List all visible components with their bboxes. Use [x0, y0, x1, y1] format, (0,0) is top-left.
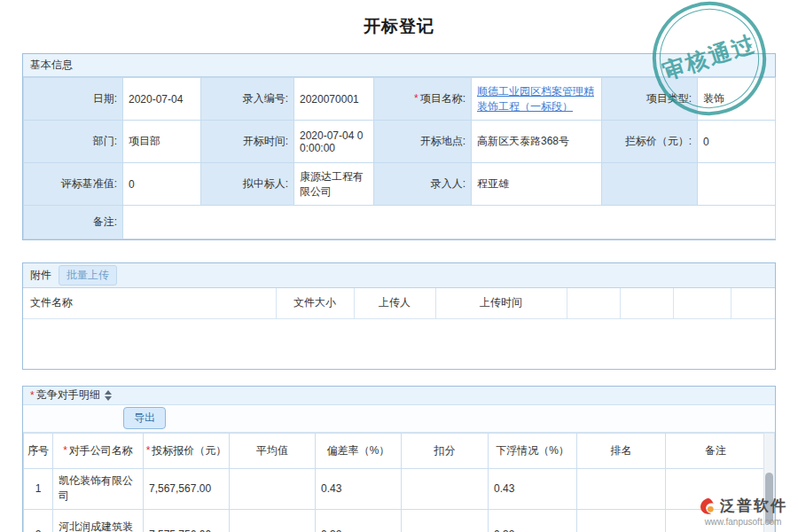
project-name-cell: 顺德工业园区档案管理精装饰工程（一标段） — [472, 78, 602, 121]
competitors-toolbar: 导出 — [23, 405, 775, 433]
competitors-title: 竞争对手明细 — [36, 387, 100, 403]
competitors-table: 序号 *对手公司名称 *投标报价（元） 平均值 偏差率（%） 扣分 下浮情况（%… — [23, 433, 766, 532]
required-marker: * — [146, 444, 151, 457]
recorder-label: 录入人: — [374, 163, 472, 206]
attachments-empty-body — [23, 319, 775, 369]
brand-footer: 泛普软件 www.fanpusoft.com — [699, 496, 787, 527]
col-deduction: 扣分 — [402, 433, 489, 468]
benchmark-value: 0 — [123, 163, 201, 206]
attach-col-uploadtime: 上传时间 — [435, 288, 567, 318]
bid-time-value: 2020-07-04 00:00:00 — [294, 121, 374, 163]
cell-bid-price: 7,575,756.00 — [144, 509, 230, 532]
competitors-titlebar: * 竞争对手明细 — [23, 387, 775, 405]
col-company: *对手公司名称 — [53, 433, 144, 468]
attach-col-empty — [731, 288, 775, 318]
cell-float-down: 0.32 — [489, 509, 577, 532]
required-marker: * — [63, 444, 67, 457]
cell-no: 2 — [24, 509, 53, 532]
brand-row: 泛普软件 — [699, 496, 787, 516]
project-type-label: 项目类型: — [602, 78, 698, 121]
col-bid-price: *投标报价（元） — [144, 433, 230, 468]
batch-upload-button[interactable]: 批量上传 — [59, 265, 117, 286]
attachments-header: 附件 批量上传 — [23, 263, 775, 288]
empty-label — [602, 163, 698, 206]
attachments-section: 附件 批量上传 文件名称 文件大小 上传人 上传时间 — [22, 262, 776, 370]
date-value: 2020-07-04 — [123, 78, 201, 121]
ceiling-price-value: 0 — [698, 121, 776, 163]
remark-value — [123, 206, 776, 239]
page-title: 开标登记 — [0, 0, 798, 53]
dept-value: 项目部 — [123, 121, 201, 163]
cell-rank — [577, 468, 666, 509]
cell-deviation: 0.32 — [316, 509, 402, 532]
proposed-winner-label: 拟中标人: — [201, 163, 294, 206]
empty-value — [698, 163, 776, 206]
required-marker: * — [30, 389, 35, 402]
sort-up-icon — [105, 390, 112, 395]
cell-rank — [577, 509, 666, 532]
brand-name: 泛普软件 — [720, 496, 787, 516]
cell-no: 1 — [24, 468, 53, 509]
attach-col-filename: 文件名称 — [23, 288, 276, 318]
export-button[interactable]: 导出 — [123, 407, 166, 429]
basic-info-table: 日期: 2020-07-04 录入编号: 2020070001 *项目名称: 顺… — [23, 77, 776, 239]
competitors-section: * 竞争对手明细 导出 序号 *对手公司名称 *投标报价（元） 平均值 偏差率（… — [22, 386, 776, 532]
col-float-down: 下浮情况（%） — [489, 433, 577, 468]
table-row: 1 凯伦装饰有限公司 7,567,567.00 0.43 0.43 — [24, 468, 766, 509]
cell-bid-price: 7,567,567.00 — [144, 468, 230, 509]
cell-deduction — [402, 509, 489, 532]
sort-icon[interactable] — [105, 390, 112, 401]
bid-place-value: 高新区天泰路368号 — [472, 121, 602, 163]
col-average: 平均值 — [230, 433, 316, 468]
table-row: 2 河北润成建筑装饰有限公司 7,575,756.00 0.32 0.32 — [24, 509, 766, 532]
attach-col-empty — [673, 288, 731, 318]
entry-no-label: 录入编号: — [201, 78, 294, 121]
cell-company: 凯伦装饰有限公司 — [53, 468, 144, 509]
attachments-title: 附件 — [30, 268, 51, 283]
page: 开标登记 审核通过 ★ ★ 基本信息 日期: 2020-07-04 录入编号: … — [0, 0, 798, 532]
competitors-header-row: 序号 *对手公司名称 *投标报价（元） 平均值 偏差率（%） 扣分 下浮情况（%… — [24, 433, 766, 468]
attach-col-empty — [620, 288, 673, 318]
col-no: 序号 — [24, 433, 53, 468]
required-marker: * — [414, 92, 419, 105]
col-rank: 排名 — [577, 433, 666, 468]
attach-col-filesize: 文件大小 — [276, 288, 354, 318]
attachments-table: 文件名称 文件大小 上传人 上传时间 — [23, 288, 775, 319]
bid-place-label: 开标地点: — [374, 121, 472, 163]
brand-logo-icon — [699, 497, 716, 515]
project-type-value: 装饰 — [698, 78, 776, 121]
col-deviation: 偏差率（%） — [316, 433, 402, 468]
brand-url: www.fanpusoft.com — [699, 517, 787, 527]
bid-time-label: 开标时间: — [201, 121, 294, 163]
entry-no-value: 2020070001 — [294, 78, 374, 121]
sort-down-icon — [105, 396, 112, 401]
ceiling-price-label: 拦标价（元）: — [602, 121, 698, 163]
project-name-label: *项目名称: — [374, 78, 472, 121]
date-label: 日期: — [24, 78, 123, 121]
attach-col-empty — [567, 288, 620, 318]
recorder-value: 程亚雄 — [472, 163, 602, 206]
proposed-winner-value: 康源达工程有限公司 — [294, 163, 374, 206]
remark-label: 备注: — [24, 206, 123, 239]
cell-float-down: 0.43 — [489, 468, 577, 509]
benchmark-label: 评标基准值: — [24, 163, 123, 206]
col-remark: 备注 — [666, 433, 766, 468]
competitors-table-wrap: 序号 *对手公司名称 *投标报价（元） 平均值 偏差率（%） 扣分 下浮情况（%… — [23, 433, 775, 532]
cell-average — [230, 468, 316, 509]
cell-company: 河北润成建筑装饰有限公司 — [53, 509, 144, 532]
cell-deduction — [402, 468, 489, 509]
cell-average — [230, 509, 316, 532]
attach-col-uploader: 上传人 — [354, 288, 435, 318]
project-name-link[interactable]: 顺德工业园区档案管理精装饰工程（一标段） — [477, 85, 594, 113]
basic-info-header: 基本信息 — [23, 54, 775, 77]
dept-label: 部门: — [24, 121, 123, 163]
cell-deviation: 0.43 — [316, 468, 402, 509]
basic-info-section: 基本信息 日期: 2020-07-04 录入编号: 2020070001 *项目… — [22, 53, 776, 240]
